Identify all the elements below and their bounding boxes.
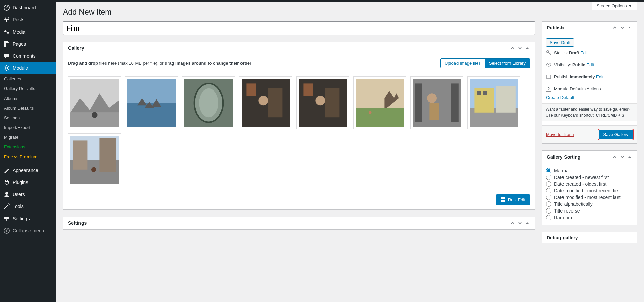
gear-icon [3,65,10,71]
select-library-button[interactable]: Select from Library [485,58,530,68]
svg-rect-48 [501,200,503,202]
svg-point-45 [91,167,96,172]
gallery-image[interactable] [353,76,406,129]
svg-point-7 [5,217,6,218]
sidebar-item-media[interactable]: Media [0,26,56,38]
chevron-down-icon[interactable] [517,220,523,226]
edit-visibility-link[interactable]: Edit [587,62,594,67]
sort-option[interactable]: Date modified - most recent last [546,194,633,201]
sort-label: Date created - newest first [554,175,609,180]
caret-up-icon[interactable] [525,220,530,226]
svg-rect-25 [325,88,339,117]
gallery-image[interactable] [410,76,463,129]
sidebar-item-comments[interactable]: Comments [0,50,56,62]
publish-title: Publish [547,25,564,31]
caret-up-icon[interactable] [525,45,530,51]
eye-icon [546,62,551,67]
sidebar-item-plugins[interactable]: Plugins [0,176,56,188]
sidebar-sub-migrate[interactable]: Migrate [0,132,56,142]
sidebar-item-collapse[interactable]: Collapse menu [0,225,56,237]
save-gallery-button[interactable]: Save Gallery [599,130,633,139]
gallery-image[interactable] [467,76,520,129]
sidebar-label: Users [13,192,25,197]
sort-option[interactable]: Date created - oldest first [546,181,633,187]
svg-rect-20 [246,83,256,96]
caret-up-icon[interactable] [627,154,632,160]
sliders-icon [3,215,10,222]
svg-point-22 [258,96,268,105]
sidebar-label: Modula [13,65,28,71]
gallery-image[interactable] [239,76,292,129]
gallery-image[interactable] [68,133,121,186]
sort-label: Title reverse [554,208,580,214]
sort-label: Title alphabetically [554,201,593,207]
caret-up-icon[interactable] [627,25,632,31]
sort-option[interactable]: Date modified - most recent first [546,187,633,194]
svg-point-8 [7,218,8,219]
sidebar-sub-import-export[interactable]: Import/Export [0,123,56,132]
gallery-image[interactable] [68,76,121,129]
sidebar-sub-galleries[interactable]: Galleries [0,74,56,84]
gallery-panel-title: Gallery [68,45,84,51]
chevron-up-icon[interactable] [612,25,618,31]
chevron-down-icon[interactable] [517,45,523,51]
title-input[interactable] [63,21,535,35]
chevron-up-icon[interactable] [510,45,515,51]
sort-label: Date modified - most recent first [554,188,621,193]
sort-option[interactable]: Random [546,214,633,221]
svg-rect-49 [503,200,505,202]
sidebar-sub-extensions[interactable]: Extensions [0,142,56,152]
sidebar-item-pages[interactable]: Pages [0,38,56,50]
sort-option[interactable]: Manual [546,167,633,174]
svg-rect-43 [73,140,87,169]
svg-point-29 [369,111,372,114]
bulk-edit-button[interactable]: Bulk Edit [496,194,530,205]
svg-rect-27 [356,79,404,108]
gallery-image[interactable] [125,76,178,129]
chevron-down-icon[interactable] [620,25,625,31]
save-draft-button[interactable]: Save Draft [546,38,574,47]
sidebar-item-settings[interactable]: Settings [0,213,56,225]
gallery-image[interactable] [296,76,349,129]
sidebar-item-users[interactable]: Users [0,188,56,200]
plug-icon [3,179,10,186]
sidebar-label: Collapse menu [13,228,44,233]
sidebar-label: Appearance [13,168,38,173]
sidebar-item-dashboard[interactable]: Dashboard [0,2,56,14]
edit-date-link[interactable]: Edit [596,74,603,79]
gallery-image[interactable] [182,76,235,129]
sort-option[interactable]: Date created - newest first [546,174,633,181]
sort-option[interactable]: Title alphabetically [546,201,633,207]
sidebar-sub-gallery-defaults[interactable]: Gallery Defaults [0,84,56,94]
upload-button[interactable]: Upload image files [440,58,485,68]
sorting-panel: Gallery Sorting Manual Date created - ne… [542,150,637,225]
chevron-up-icon[interactable] [510,220,515,226]
sidebar-item-appearance[interactable]: Appearance [0,164,56,176]
edit-status-link[interactable]: Edit [580,50,588,55]
gallery-panel: Gallery Drag and drop files here (max 16… [63,42,535,210]
sort-label: Manual [554,168,570,173]
svg-point-51 [548,64,549,65]
visibility-label: Visibility: [554,62,572,67]
sidebar-item-posts[interactable]: Posts [0,14,56,26]
chevron-up-icon[interactable] [612,154,618,160]
sidebar-sub-premium[interactable]: Free vs Premium [0,152,56,162]
screen-options-button[interactable]: Screen Options ▼ [592,2,637,10]
status-value: Draft [569,50,579,55]
svg-rect-44 [99,138,116,172]
sidebar-item-modula[interactable]: Modula [0,62,56,74]
sidebar-item-tools[interactable]: Tools [0,200,56,213]
gallery-hint: Drag and drop files here (max 16 MB per … [68,61,251,66]
sidebar-sub-settings[interactable]: Settings [0,113,56,123]
hint-bold-2: drag images around to change their order [165,61,251,66]
create-default-link[interactable]: Create Default [546,95,633,100]
svg-point-18 [199,88,218,117]
settings-panel-title: Settings [68,220,87,226]
sort-label: Date created - oldest first [554,181,606,187]
sidebar-sub-albums[interactable]: Albums [0,94,56,103]
move-to-trash-link[interactable]: Move to Trash [546,132,574,137]
chevron-down-icon[interactable] [620,154,625,160]
sidebar-sub-album-defaults[interactable]: Album Defaults [0,103,56,113]
sort-option[interactable]: Title reverse [546,207,633,214]
debug-panel-header[interactable]: Debug gallery [542,232,637,243]
